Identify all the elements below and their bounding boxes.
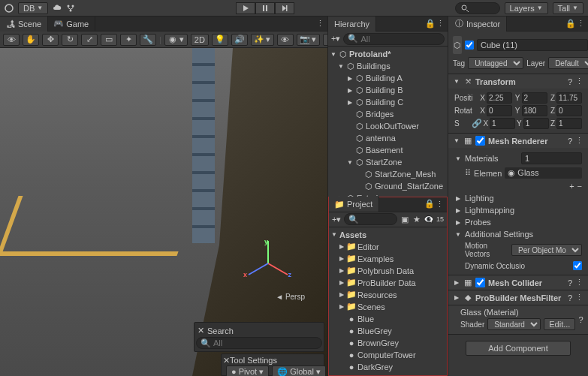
cloud-icon[interactable]	[53, 4, 62, 13]
project-item[interactable]: ▶📁Polybrush Data	[329, 265, 447, 277]
project-item[interactable]: ▶📁ProBuilder Data	[329, 277, 447, 289]
fold-icon[interactable]: ▼	[453, 137, 460, 144]
tab-game[interactable]: 🎮Game	[48, 17, 95, 32]
tab-menu-icon[interactable]: ⋮	[577, 19, 585, 29]
hand-tool[interactable]: ✋	[23, 34, 39, 46]
mesh-collider-toggle[interactable]	[475, 278, 485, 287]
project-item[interactable]: ▶📁Editor	[329, 241, 447, 253]
rect-tool[interactable]: ▭	[101, 34, 117, 46]
probes-label[interactable]: Probes	[465, 218, 491, 227]
hierarchy-item[interactable]: ▼⬡StartZone	[328, 156, 448, 168]
fold-icon[interactable]: ▶	[346, 75, 354, 82]
layer-dropdown[interactable]: Default	[548, 57, 588, 69]
fx-dropdown[interactable]: ✨▾	[251, 34, 274, 46]
remove-icon[interactable]: −	[577, 182, 582, 191]
move-tool[interactable]: ✥	[42, 34, 59, 46]
menu-icon[interactable]: ⋮	[575, 278, 583, 287]
hierarchy-tree[interactable]: ▼⬡Protoland* ▼⬡Buildings▶⬡Building A▶⬡Bu…	[328, 47, 448, 197]
hierarchy-item[interactable]: ▶⬡Building C	[328, 96, 448, 108]
view-tool[interactable]: 👁	[3, 34, 20, 46]
project-item[interactable]: ●ComputerTower	[329, 349, 447, 361]
gameobject-icon[interactable]: ⬡	[453, 36, 462, 54]
tab-project[interactable]: 📁Project	[329, 197, 379, 212]
audio-toggle[interactable]: 🔊	[231, 34, 248, 46]
add-icon[interactable]: +▾	[331, 34, 340, 44]
transform-header[interactable]: ▼⤧Transform?⋮	[448, 74, 588, 89]
scale-tool[interactable]: ⤢	[81, 34, 98, 46]
project-tree[interactable]: ▼Assets ▶📁Editor▶📁Examples▶📁Polybrush Da…	[329, 227, 447, 376]
gameobject-name-field[interactable]	[477, 39, 588, 51]
layers-dropdown[interactable]: Layers▼	[505, 2, 548, 14]
scene-search-input[interactable]: 🔍	[196, 337, 322, 349]
hierarchy-item[interactable]: ▼⬡Buildings	[328, 60, 448, 72]
lock-icon[interactable]: 🔒	[426, 19, 435, 28]
visibility-toggle[interactable]: 👁	[277, 34, 294, 46]
move-gizmo[interactable]: y x z	[245, 241, 290, 286]
project-item[interactable]: ●Emmissive	[329, 373, 447, 376]
global-search[interactable]	[455, 2, 500, 14]
fold-icon[interactable]: ▶	[346, 99, 354, 106]
fold-icon[interactable]: ▶	[338, 291, 345, 298]
favorite-icon[interactable]: ★	[412, 215, 421, 224]
tab-hierarchy[interactable]: Hierarchy	[328, 17, 376, 32]
rotation-z[interactable]	[556, 105, 582, 116]
additional-settings-label[interactable]: Additional Settings	[465, 230, 533, 239]
transform-tool[interactable]: ✦	[120, 34, 137, 46]
tab-menu-icon[interactable]: ⋮	[436, 200, 444, 209]
close-icon[interactable]: ✕	[223, 356, 230, 365]
fold-icon[interactable]: ▶	[338, 243, 345, 250]
help-icon[interactable]: ?	[568, 278, 572, 287]
tag-dropdown[interactable]: Untagged	[468, 57, 523, 69]
hierarchy-item[interactable]: ▶⬡Building B	[328, 84, 448, 96]
materials-count[interactable]	[521, 152, 582, 164]
hierarchy-item[interactable]: ⬡Bridges	[328, 108, 448, 120]
global-toggle[interactable]: 🌐Global▾	[272, 365, 326, 376]
menu-icon[interactable]: ⋮	[575, 293, 583, 302]
project-item[interactable]: ●BlueGrey	[329, 325, 447, 337]
project-item[interactable]: ▶📁Scenes	[329, 301, 447, 313]
position-x[interactable]	[487, 92, 512, 104]
rotate-tool[interactable]: ↻	[62, 34, 78, 46]
mesh-renderer-toggle[interactable]	[475, 136, 485, 146]
tab-inspector[interactable]: ⓘInspector	[448, 17, 507, 32]
fold-icon[interactable]: ▶	[453, 294, 460, 301]
project-item[interactable]: ▶📁Resources	[329, 289, 447, 301]
project-item[interactable]: ●Blue	[329, 313, 447, 325]
lighting-label[interactable]: Lighting	[465, 194, 494, 203]
menu-icon[interactable]: ⋮	[575, 77, 583, 86]
edit-material-button[interactable]: Edit...	[544, 318, 575, 330]
fold-icon[interactable]: ▶	[453, 279, 460, 286]
fold-icon[interactable]: ▶	[338, 255, 345, 262]
custom-tool[interactable]: 🔧	[140, 34, 156, 46]
hierarchy-search[interactable]: 🔍	[343, 33, 445, 45]
project-root[interactable]: ▼Assets	[329, 229, 447, 241]
fold-icon[interactable]: ▶	[346, 87, 354, 94]
lock-icon[interactable]: 🔒	[425, 200, 434, 209]
drag-handle-icon[interactable]: ⠿	[465, 168, 471, 178]
fold-icon[interactable]: ▼	[330, 51, 337, 58]
step-button[interactable]	[275, 2, 294, 14]
add-icon[interactable]: +▾	[332, 215, 341, 224]
hierarchy-item[interactable]: ⬡StartZone_Mesh	[328, 168, 448, 180]
lock-icon[interactable]: 🔒	[566, 19, 575, 28]
db-dropdown[interactable]: DB▼	[18, 2, 48, 14]
project-item[interactable]: ▶📁Examples	[329, 253, 447, 265]
tab-menu-icon[interactable]: ⋮	[316, 19, 324, 29]
hierarchy-item[interactable]: ⬡Ground_StartZone	[328, 180, 448, 192]
help-icon[interactable]: ?	[568, 137, 572, 146]
pause-button[interactable]	[255, 2, 275, 14]
position-y[interactable]	[522, 92, 547, 104]
add-icon[interactable]: +	[569, 182, 574, 191]
link-icon[interactable]: 🔗	[472, 119, 481, 128]
filter-icon[interactable]: ▣	[400, 215, 409, 224]
shader-dropdown[interactable]: Standard	[487, 318, 541, 330]
material-header[interactable]: Glass (Material) ShaderStandardEdit... ?…	[448, 305, 588, 334]
fold-icon[interactable]: ▼	[346, 159, 354, 166]
draw-mode-dropdown[interactable]: ◉▾	[164, 34, 188, 46]
help-icon[interactable]: ?	[568, 77, 572, 86]
pivot-toggle[interactable]: ●Pivot▾	[226, 365, 269, 376]
probuilder-header[interactable]: ▶◆ProBuilder MeshFilter?⋮	[448, 290, 588, 305]
fold-icon[interactable]: ▼	[330, 231, 338, 238]
material-slot[interactable]: ◉ Glass	[505, 167, 582, 179]
position-z[interactable]	[556, 92, 582, 104]
